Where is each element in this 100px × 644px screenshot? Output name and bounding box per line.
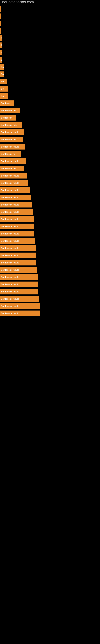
bar-label: Bottleneck result	[1, 290, 19, 293]
bar-item: Bottleneck	[0, 115, 16, 120]
bar-row: Bottleneck result	[0, 238, 100, 244]
bar-row: B	[0, 35, 100, 41]
bar-item: Bottleneck result	[0, 303, 40, 309]
bar-row: Bottleneck	[0, 115, 100, 120]
bar-item: Bo	[0, 64, 4, 70]
bar-item: Bottleneck result	[0, 310, 40, 316]
bar-row: Bottleneck result	[0, 260, 100, 266]
bar-row: Bottleneck result	[0, 296, 100, 302]
bar-item: Bott	[0, 93, 8, 99]
bar-row: Bottleneck resu	[0, 137, 100, 142]
bar-item: Bottleneck result	[0, 296, 39, 302]
bar-item: B	[0, 57, 2, 62]
bar-label: Bottleneck result	[1, 174, 19, 177]
bar-item: Bottleneck result	[0, 252, 36, 258]
bar-row: E	[0, 42, 100, 48]
bar-label: Bottleneck result	[1, 298, 19, 300]
bar-label: E	[1, 51, 2, 54]
bar-item: Bottleneck result	[0, 187, 30, 193]
bar-item: F	[0, 28, 1, 34]
bars-container: EFBEEBBoBoBottBotBottBottlenecBottleneck…	[0, 4, 100, 320]
bar-row: Bottleneck result	[0, 144, 100, 150]
bar-item: Bottleneck result	[0, 231, 34, 236]
bar-row: Bot	[0, 86, 100, 92]
bar-item: Bottleneck result	[0, 224, 34, 229]
bar-row: Bottleneck result	[0, 180, 100, 186]
bar-label: Bottleneck res	[1, 109, 16, 112]
bar-label: Bottleneck resu	[1, 124, 17, 126]
bar-item: Bottleneck result	[0, 274, 38, 280]
bar-label: E	[1, 44, 2, 46]
bar-item: Bottleneck resu	[0, 166, 24, 171]
bar-label: Bottleneck result	[1, 182, 19, 184]
bar-item: E	[0, 21, 1, 26]
bar-item: Bottleneck result	[0, 180, 28, 186]
bar-item: E	[0, 50, 2, 55]
bar-row: Bottleneck result	[0, 202, 100, 208]
bar-label: Bottleneck result	[1, 189, 19, 192]
bar-item: Bottleneck resu	[0, 137, 23, 142]
bar-item: Bottleneck result	[0, 245, 36, 251]
bar-item: Bott	[0, 79, 7, 84]
bar-label: Bottleneck result	[1, 131, 19, 134]
bar-row: Bottleneck result	[0, 216, 100, 222]
bar-label: E	[1, 22, 1, 25]
bar-row: F	[0, 28, 100, 34]
bar-label: Bottleneck result	[1, 211, 19, 213]
bar-item: Bot	[0, 86, 8, 92]
bar-label: Bottleneck resu	[1, 167, 17, 170]
bar-row: Bottleneck result	[0, 289, 100, 294]
bar-item: Bottleneck resu	[0, 122, 22, 128]
bar-label: Bottleneck result	[1, 196, 19, 199]
bar-item: Bottleneck result	[0, 209, 33, 215]
bar-label: Bottleneck result	[1, 269, 19, 271]
bar-label: Bottleneck result	[1, 247, 19, 249]
bar-item: Bottleneck result	[0, 289, 38, 294]
bar-item: Bottleneck result	[0, 260, 36, 266]
bar-item: Bottleneck result	[0, 158, 26, 164]
bar-label: Bott	[1, 95, 5, 97]
bar-row: Bottleneck result	[0, 194, 100, 200]
bar-label: Bottleneck result	[1, 218, 19, 220]
bar-item: Bottleneck result	[0, 130, 24, 135]
bar-item: Bottleneck result	[0, 267, 37, 273]
bar-row: Bo	[0, 64, 100, 70]
bar-label: Bottleneck result	[1, 204, 19, 206]
bar-label: B	[1, 37, 2, 39]
bar-item	[0, 6, 1, 12]
bar-label: Bottleneck result	[1, 276, 19, 278]
bar-item: Bottleneck result	[0, 216, 34, 222]
bar-label: F	[1, 30, 1, 32]
bar-item: Bottleneck result	[0, 194, 31, 200]
bar-item: E	[0, 42, 2, 48]
bar-row: Bottleneck result	[0, 187, 100, 193]
bar-label: Bottleneck result	[1, 146, 19, 148]
bar-row: Bottleneck resu	[0, 122, 100, 128]
bar-row: Bottleneck result	[0, 310, 100, 316]
bar-row	[0, 6, 100, 12]
bar-row: Bottleneck result	[0, 231, 100, 236]
bar-label: Bottleneck result	[1, 283, 19, 286]
bar-item: Bottleneck result	[0, 202, 32, 208]
bar-item: B	[0, 35, 2, 41]
bar-row: Bottleneck res	[0, 108, 100, 113]
bar-label: Bottlenec	[1, 102, 11, 104]
bar-label: Bottleneck result	[1, 305, 19, 307]
bar-label: Bottleneck result	[1, 262, 19, 264]
bar-row: Bottleneck re	[0, 151, 100, 157]
bar-row: Bottleneck result	[0, 158, 100, 164]
bar-row: Bottleneck result	[0, 224, 100, 229]
bar-label: Bottleneck result	[1, 160, 19, 162]
bar-label: Bott	[1, 80, 5, 83]
bar-row: Bottleneck result	[0, 130, 100, 135]
bar-item: Bottleneck re	[0, 151, 21, 157]
bar-row: Bott	[0, 93, 100, 99]
bar-item: Bo	[0, 72, 4, 77]
bar-row: E	[0, 50, 100, 55]
bar-label: Bo	[1, 66, 4, 68]
bar-item: Bottleneck res	[0, 108, 20, 113]
bar-row: E	[0, 21, 100, 26]
bar-row: Bottleneck result	[0, 245, 100, 251]
site-title: TheBottlenecker.com	[0, 0, 100, 4]
bar-row: Bottleneck result	[0, 252, 100, 258]
